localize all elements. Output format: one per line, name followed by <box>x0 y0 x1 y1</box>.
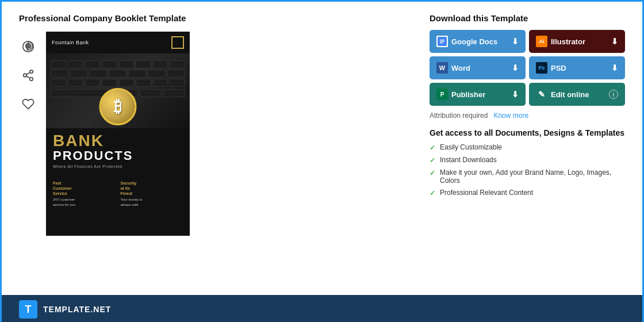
access-title: Get access to all Documents, Designs & T… <box>430 128 625 137</box>
feature-text-2: Instant Downloads <box>440 156 497 164</box>
info-icon: i <box>609 90 618 99</box>
psd-arrow: ⬇ <box>611 63 618 72</box>
feature-item-1: ✓ Easily Customizable <box>430 143 625 152</box>
products-text: PRODUCTS <box>53 149 183 163</box>
check-icon-1: ✓ <box>430 144 435 152</box>
keyboard-area: ₿ <box>46 53 190 128</box>
google-docs-arrow: ⬇ <box>512 37 519 46</box>
psd-icon: Ps <box>536 62 547 74</box>
right-panel: Download this Template Google Docs ⬇ A <box>430 13 625 283</box>
footer-logo: T <box>19 300 37 319</box>
google-docs-label: Google Docs <box>451 37 497 46</box>
preview-col-1: FastCustomerService 24/7 customerservice… <box>53 181 115 207</box>
illustrator-arrow: ⬇ <box>611 37 618 46</box>
col2-text: Your money isalways safe <box>121 197 183 207</box>
psd-button[interactable]: Ps PSD ⬇ <box>529 56 625 79</box>
word-icon: W <box>436 62 448 74</box>
heart-icon[interactable] <box>19 95 37 113</box>
bank-text: BANK <box>53 133 183 149</box>
feature-text-4: Professional Relevant Content <box>440 189 533 197</box>
preview-area: Fountain Bank ₿ <box>19 32 412 236</box>
preview-col-2: Securityat ItsFinest Your money isalways… <box>121 181 183 207</box>
feature-item-4: ✓ Professional Relevant Content <box>430 189 625 197</box>
btn-icon-text-word: W Word <box>436 62 470 74</box>
svg-rect-9 <box>440 43 443 43</box>
pinterest-icon[interactable] <box>19 37 37 56</box>
check-icon-3: ✓ <box>430 169 435 177</box>
content-area: Professional Company Booklet Template <box>2 2 642 295</box>
svg-line-5 <box>26 72 30 75</box>
illustrator-button[interactable]: Ai Illustrator ⬇ <box>529 30 625 53</box>
page-title: Professional Company Booklet Template <box>19 13 412 23</box>
btn-icon-text-psd: Ps PSD <box>536 62 566 74</box>
publisher-button[interactable]: P Publisher ⬇ <box>430 83 526 106</box>
btn-icon-text-docs: Google Docs <box>436 36 497 47</box>
left-panel: Professional Company Booklet Template <box>19 13 412 283</box>
preview-bottom: FastCustomerService 24/7 customerservice… <box>46 176 190 212</box>
check-icon-2: ✓ <box>430 156 435 164</box>
publisher-label: Publisher <box>451 90 485 99</box>
footer-logo-letter: T <box>25 304 32 316</box>
btn-icon-text-pub: P Publisher <box>436 89 485 100</box>
feature-item-3: ✓ Make it your own, Add your Brand Name,… <box>430 168 625 185</box>
share-icon[interactable] <box>19 66 37 85</box>
template-preview: Fountain Bank ₿ <box>46 32 190 236</box>
publisher-icon: P <box>436 89 448 100</box>
word-arrow: ⬇ <box>512 63 519 72</box>
publisher-arrow: ⬇ <box>512 90 519 99</box>
docs-icon <box>436 36 448 47</box>
preview-header: Fountain Bank <box>46 32 190 53</box>
edit-icon: ✎ <box>536 89 547 100</box>
col1-title: FastCustomerService <box>53 181 115 196</box>
download-title: Download this Template <box>430 13 625 23</box>
svg-rect-7 <box>440 40 444 40</box>
psd-label: PSD <box>551 64 566 72</box>
col2-title: Securityat ItsFinest <box>121 181 183 196</box>
footer-brand-name: TEMPLATE.NET <box>43 305 111 314</box>
btn-icon-text-ai: Ai Illustrator <box>536 36 585 47</box>
illustrator-label: Illustrator <box>551 37 585 46</box>
check-icon-4: ✓ <box>430 189 435 197</box>
btn-icon-text-edit: ✎ Edit online <box>536 89 589 100</box>
col1-text: 24/7 customerservice for you <box>53 197 115 207</box>
attribution-area: Attribution required Know more <box>430 112 625 120</box>
svg-line-4 <box>26 76 30 78</box>
footer: T TEMPLATE.NET <box>2 295 642 322</box>
svg-point-2 <box>24 74 27 77</box>
word-button[interactable]: W Word ⬇ <box>430 56 526 79</box>
feature-text-3: Make it your own, Add your Brand Name, L… <box>440 168 625 185</box>
main-container: Professional Company Booklet Template <box>2 2 642 322</box>
svg-rect-8 <box>440 41 444 42</box>
feature-text-1: Easily Customizable <box>440 143 502 151</box>
company-name: Fountain Bank <box>52 40 89 45</box>
google-docs-button[interactable]: Google Docs ⬇ <box>430 30 526 53</box>
preview-square <box>171 36 184 49</box>
action-icons <box>19 32 37 236</box>
edit-online-label: Edit online <box>551 90 589 99</box>
attribution-text: Attribution required <box>430 112 488 120</box>
svg-point-1 <box>30 70 33 74</box>
preview-subtitle: Where All Finances Are Protected <box>53 164 183 168</box>
svg-point-3 <box>30 78 33 81</box>
feature-item-2: ✓ Instant Downloads <box>430 156 625 164</box>
preview-text-area: BANK PRODUCTS Where All Finances Are Pro… <box>46 128 190 173</box>
illustrator-icon: Ai <box>536 36 547 47</box>
bitcoin-coin: ₿ <box>99 88 137 125</box>
feature-list: ✓ Easily Customizable ✓ Instant Download… <box>430 143 625 197</box>
download-grid: Google Docs ⬇ Ai Illustrator ⬇ <box>430 30 625 106</box>
know-more-link[interactable]: Know more <box>493 112 528 120</box>
word-label: Word <box>451 64 470 72</box>
edit-online-button[interactable]: ✎ Edit online i <box>529 83 625 106</box>
